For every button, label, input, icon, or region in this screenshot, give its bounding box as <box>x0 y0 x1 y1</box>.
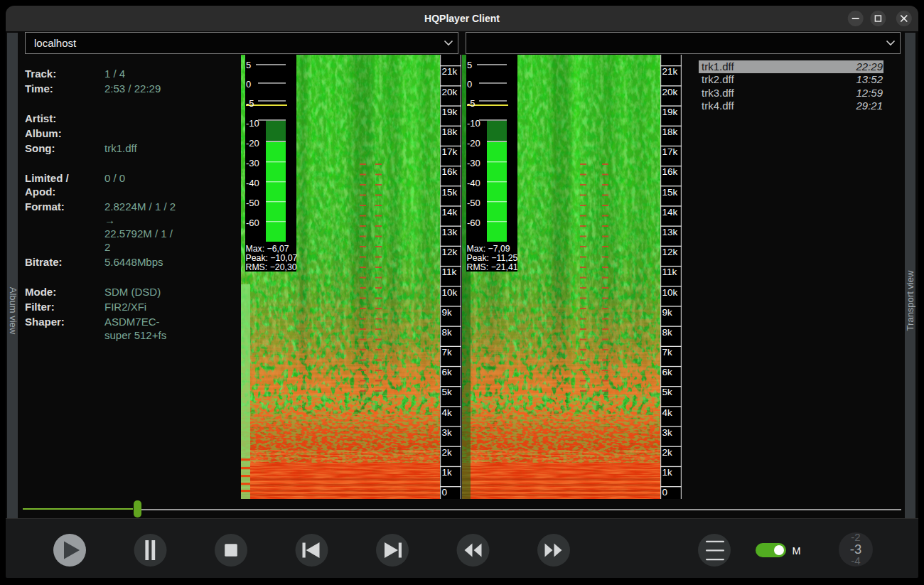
svg-text:-4: -4 <box>851 554 860 567</box>
svg-text:21k: 21k <box>442 66 458 77</box>
svg-text:M: M <box>793 545 801 557</box>
svg-text:13k: 13k <box>442 227 458 237</box>
svg-text:8k: 8k <box>442 327 453 338</box>
svg-text:Peak: −10,07: Peak: −10,07 <box>246 253 298 263</box>
svg-text:1k: 1k <box>662 467 673 478</box>
svg-text:21k: 21k <box>662 66 678 77</box>
svg-text:-10: -10 <box>246 118 259 129</box>
svg-text:6k: 6k <box>662 367 673 377</box>
svg-text:20k: 20k <box>442 87 458 97</box>
svg-text:0: 0 <box>442 487 448 498</box>
svg-text:16k: 16k <box>442 166 458 177</box>
svg-text:-60: -60 <box>467 218 480 228</box>
svg-text:2k: 2k <box>442 447 453 458</box>
svg-text:5: 5 <box>246 60 251 70</box>
svg-text:7k: 7k <box>442 347 453 358</box>
svg-text:-40: -40 <box>467 178 480 188</box>
svg-text:-30: -30 <box>246 158 259 168</box>
svg-text:4k: 4k <box>442 407 453 418</box>
svg-text:9k: 9k <box>662 307 673 318</box>
svg-text:5: 5 <box>467 60 472 70</box>
svg-text:20k: 20k <box>662 87 678 97</box>
svg-text:14k: 14k <box>662 207 678 218</box>
svg-text:3k: 3k <box>662 427 673 438</box>
svg-text:15k: 15k <box>662 187 678 198</box>
svg-text:-60: -60 <box>246 218 259 228</box>
svg-text:15k: 15k <box>442 187 458 198</box>
svg-text:18k: 18k <box>662 127 678 137</box>
svg-text:17k: 17k <box>442 146 458 157</box>
svg-text:3k: 3k <box>442 427 453 438</box>
svg-text:-40: -40 <box>246 178 259 188</box>
svg-text:5k: 5k <box>662 387 673 397</box>
svg-text:6k: 6k <box>442 367 453 377</box>
svg-text:1k: 1k <box>442 467 453 478</box>
svg-text:12k: 12k <box>662 247 678 257</box>
svg-text:RMS: −21,41: RMS: −21,41 <box>467 262 518 272</box>
svg-text:11k: 11k <box>442 267 457 277</box>
svg-text:0: 0 <box>246 79 251 90</box>
svg-text:Peak: −11,25: Peak: −11,25 <box>467 253 518 263</box>
svg-text:9k: 9k <box>442 307 453 318</box>
svg-text:19k: 19k <box>442 107 458 117</box>
svg-text:11k: 11k <box>662 267 677 277</box>
svg-text:2k: 2k <box>662 447 673 458</box>
svg-text:13k: 13k <box>662 227 678 237</box>
svg-text:-30: -30 <box>467 158 480 168</box>
svg-text:19k: 19k <box>662 107 678 117</box>
svg-text:14k: 14k <box>442 207 458 218</box>
svg-text:-50: -50 <box>467 198 480 208</box>
svg-text:18k: 18k <box>442 127 458 137</box>
svg-text:-50: -50 <box>246 198 259 208</box>
svg-text:RMS: −20,30: RMS: −20,30 <box>246 262 297 272</box>
svg-text:17k: 17k <box>662 146 678 157</box>
svg-text:16k: 16k <box>662 166 678 177</box>
svg-text:10k: 10k <box>442 287 458 298</box>
svg-text:12k: 12k <box>442 247 458 257</box>
svg-text:0: 0 <box>467 79 472 90</box>
svg-text:10k: 10k <box>662 287 678 298</box>
svg-text:-20: -20 <box>467 138 480 149</box>
svg-text:5k: 5k <box>442 387 453 397</box>
svg-text:-5: -5 <box>467 98 476 109</box>
svg-text:4k: 4k <box>662 407 673 418</box>
svg-text:Max: −7,09: Max: −7,09 <box>467 244 510 254</box>
svg-text:8k: 8k <box>662 327 673 338</box>
svg-text:0: 0 <box>662 487 668 498</box>
svg-text:-10: -10 <box>467 118 480 129</box>
svg-text:-5: -5 <box>246 98 254 109</box>
svg-text:7k: 7k <box>662 347 673 358</box>
svg-text:Max: −6,07: Max: −6,07 <box>246 244 289 254</box>
svg-text:-20: -20 <box>246 138 259 149</box>
